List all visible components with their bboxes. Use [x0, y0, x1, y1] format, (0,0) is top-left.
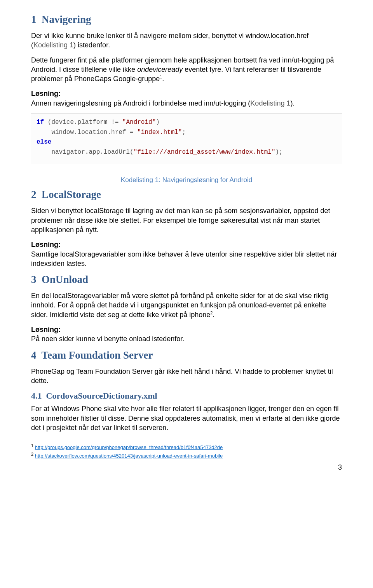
term-ondeviceready: ondeviceready [137, 66, 183, 73]
heading-tfs: 4 Team Foundation Server [31, 349, 342, 361]
code-ref: Kodelisting 1 [250, 99, 290, 107]
code-caption: Kodelisting 1: Navigeringsløsning for An… [31, 176, 342, 185]
para: PhoneGap og Team Foundation Server går i… [31, 367, 342, 386]
section-title: Navigering [42, 14, 91, 25]
section-title: OnUnload [42, 274, 88, 285]
page-number: 3 [31, 463, 342, 472]
losning-label: Løsning: [31, 326, 61, 333]
section-title: Team Foundation Server [42, 349, 153, 361]
code-listing-1: if (device.platform != "Android") window… [31, 113, 342, 164]
footnote-link-2[interactable]: http://stackoverflow.com/questions/45201… [35, 453, 223, 459]
para: For at Windows Phone skal vite hvor alle… [31, 404, 342, 432]
para-losning: Løsning: Samtlige localStoragevariabler … [31, 240, 342, 268]
section-number: 4 [31, 349, 37, 361]
section-title: LocalStorage [42, 189, 101, 200]
code-ref: Kodelisting 1 [33, 41, 73, 49]
heading-localstorage: 2 LocalStorage [31, 189, 342, 201]
footnote-1: 1 http://groups.google.com/group/phonega… [31, 443, 342, 451]
heading-navigering: 1 Navigering [31, 14, 342, 26]
section-title: CordovaSourceDictionary.xml [46, 391, 157, 401]
para-losning: Løsning: På noen sider kunne vi benytte … [31, 325, 342, 344]
para: Siden vi benyttet localStorage til lagri… [31, 206, 342, 234]
section-number: 2 [31, 189, 37, 200]
section-number: 1 [31, 14, 37, 25]
heading-onunload: 3 OnUnload [31, 274, 342, 286]
heading-cordova-xml: 4.1 CordovaSourceDictionary.xml [31, 391, 342, 401]
footnote-separator [31, 441, 117, 441]
para-losning: Løsning: Annen navigeringsløsning på And… [31, 89, 342, 108]
footnote-link-1[interactable]: http://groups.google.com/group/phonegap/… [35, 444, 223, 450]
section-number: 3 [31, 274, 37, 285]
para: En del localStoragevariabler må være sle… [31, 291, 342, 319]
para: Der vi ikke kunne bruke lenker til å nav… [31, 31, 342, 50]
document-page: 1 Navigering Der vi ikke kunne bruke len… [0, 0, 373, 493]
para: Dette fungerer fint på alle platformer g… [31, 56, 342, 84]
losning-label: Løsning: [31, 241, 61, 248]
footnote-2: 2 http://stackoverflow.com/questions/452… [31, 451, 342, 460]
losning-label: Løsning: [31, 90, 61, 97]
section-number: 4.1 [31, 391, 42, 401]
